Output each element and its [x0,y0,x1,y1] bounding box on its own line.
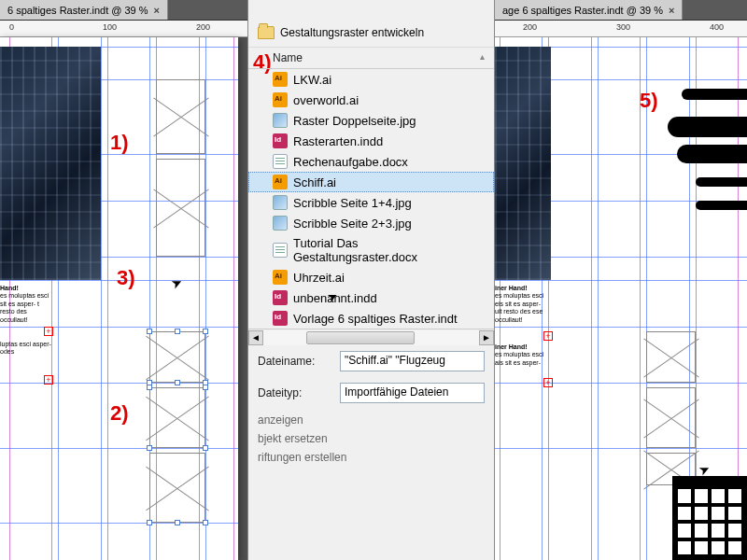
file-row[interactable]: Rechenaufgabe.docx [248,151,494,172]
text-heading: iner Hand! [495,343,549,351]
column-name-label: Name [273,51,303,64]
ai-file-icon [273,270,288,285]
ruler-mark: 200 [196,22,210,32]
tab-bar-left: 6 spaltiges Raster.indt @ 39 % × [0,0,247,21]
placed-image[interactable] [0,47,101,280]
text-body: es moluptas esci eis sit es asper- uit r… [495,292,543,322]
folder-icon [258,26,275,39]
sort-arrow-icon[interactable]: ▴ [480,51,485,64]
empty-frame[interactable] [646,387,696,448]
placed-graphic[interactable] [682,89,747,100]
import-options: anzeigen bjekt ersetzen riftungen erstel… [248,409,494,469]
file-name: Raster Doppelseite.jpg [293,114,416,128]
column-guide[interactable] [101,37,102,560]
option-replace[interactable]: bjekt ersetzen [258,429,485,448]
docx-file-icon [273,154,288,169]
jpg-file-icon [273,113,288,128]
tab-title: age 6 spaltiges Raster.indt @ 39 % [502,5,663,16]
folder-path-bar[interactable]: Gestaltungsraster entwickeln [248,19,494,48]
text-heading: Hand! [0,285,51,292]
annotation-1: 1) [110,131,129,155]
placed-graphic[interactable] [677,145,747,163]
horizontal-scrollbar[interactable]: ◄ ► [248,329,494,345]
column-guide[interactable] [640,37,641,560]
text-body: es moluptas esci ais sit es asper- [495,351,543,365]
file-row[interactable]: overworld.ai [248,90,494,110]
document-canvas-left[interactable]: Hand! es moluptas esci sit es asper- t r… [0,37,238,560]
margin-guide[interactable] [233,37,234,560]
ruler-mark: 0 [9,22,14,32]
ruler-mark: 200 [523,22,537,32]
scroll-right-button[interactable]: ► [479,330,494,345]
file-row[interactable]: Vorlage 6 spaltiges Raster.indt [248,308,494,329]
option-show[interactable]: anzeigen [258,411,485,429]
annotation-3: 3) [117,266,135,290]
file-row[interactable]: LKW.ai [248,69,494,90]
indd-file-icon [273,290,288,305]
file-row[interactable]: Raster Doppelseite.jpg [248,110,494,131]
overset-indicator[interactable]: + [543,331,553,341]
jpg-file-icon [273,195,288,210]
document-tab-left[interactable]: 6 spaltiges Raster.indt @ 39 % × [0,0,168,20]
column-guide[interactable] [598,37,599,560]
file-list[interactable]: LKW.aioverworld.aiRaster Doppelseite.jpg… [248,69,494,329]
text-frame[interactable]: Hand! es moluptas esci sit es asper- t r… [0,285,51,331]
file-name: Scribble Seite 1+4.jpg [293,196,412,210]
ai-file-icon [273,72,288,87]
scrollbar-track[interactable] [263,330,479,345]
file-name: Schiff.ai [293,175,336,189]
column-guide[interactable] [205,37,206,560]
overset-indicator[interactable]: + [543,378,553,387]
file-row[interactable]: Rasterarten.indd [248,131,494,151]
placed-graphic[interactable] [696,177,747,187]
column-guide[interactable] [107,37,108,560]
text-heading: iner Hand! [495,285,549,292]
filename-label: Dateiname: [258,355,332,368]
overset-indicator[interactable]: + [44,375,53,385]
selected-frame[interactable] [149,387,205,448]
placed-image[interactable] [495,47,551,280]
document-canvas-right[interactable]: iner Hand! es moluptas esci eis sit es a… [495,37,747,560]
column-guide[interactable] [591,37,592,560]
text-frame[interactable]: iner Hand! es moluptas esci ais sit es a… [495,343,549,385]
file-name: Rasterarten.indd [293,134,383,148]
option-caption[interactable]: riftungen erstellen [258,448,485,467]
filetype-field[interactable]: Importfähige Dateien [340,383,485,403]
file-name: Scribble Seite 2+3.jpg [293,217,412,231]
file-row[interactable]: Uhrzeit.ai [248,267,494,287]
close-icon[interactable]: × [669,5,674,16]
overset-indicator[interactable]: + [44,327,53,336]
selected-frame[interactable] [149,331,205,383]
scrollbar-thumb[interactable] [306,331,415,344]
tab-title: 6 spaltiges Raster.indt @ 39 % [7,5,148,16]
empty-frame[interactable] [156,79,205,154]
placed-graphic[interactable] [668,117,747,137]
file-row[interactable]: Schiff.ai [248,172,494,192]
placed-graphic[interactable] [696,201,747,210]
filetype-row: Dateityp: Importfähige Dateien [248,377,494,409]
document-tab-right[interactable]: age 6 spaltiges Raster.indt @ 39 % × [495,0,683,20]
text-frame[interactable]: iner Hand! es moluptas esci eis sit es a… [495,285,549,336]
selected-frame[interactable] [149,453,205,523]
file-row[interactable]: unbenannt.indd [248,287,494,308]
horizontal-ruler-right[interactable]: 200 300 400 [495,21,747,37]
column-header[interactable]: Name ▴ [248,48,494,69]
filename-field[interactable]: "Schiff.ai" "Flugzeug [340,351,485,371]
row-guide[interactable] [495,448,747,449]
scroll-left-button[interactable]: ◄ [248,330,263,345]
file-row[interactable]: Scribble Seite 1+4.jpg [248,192,494,213]
file-name: Tutorial Das Gestaltungsraster.docx [293,236,485,264]
ruler-mark: 300 [616,22,630,32]
text-body: es moluptas esci sit es asper- t resto d… [0,292,49,322]
text-body: luptas esci asper- odes [0,341,51,355]
file-row[interactable]: Scribble Seite 2+3.jpg [248,213,494,233]
file-row[interactable]: Tutorial Das Gestaltungsraster.docx [248,233,494,267]
row-guide[interactable] [495,280,747,281]
right-document-panel: age 6 spaltiges Raster.indt @ 39 % × 200… [495,0,747,560]
empty-frame[interactable] [646,331,696,383]
empty-frame[interactable] [156,159,205,257]
close-icon[interactable]: × [154,5,160,16]
tab-bar-right: age 6 spaltiges Raster.indt @ 39 % × [495,0,747,21]
jpg-file-icon [273,216,288,231]
horizontal-ruler-left[interactable]: 0 100 200 [0,21,247,37]
